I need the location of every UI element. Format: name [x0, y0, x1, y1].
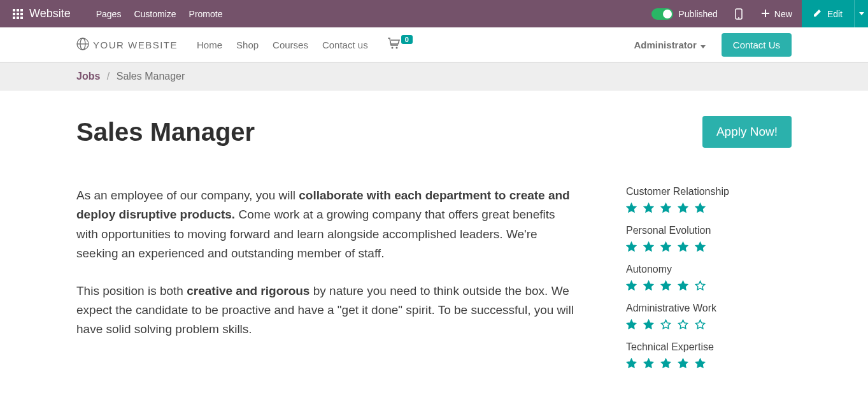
site-header: YOUR WEBSITE Home Shop Courses Contact u…: [0, 27, 868, 62]
edit-button[interactable]: Edit: [802, 0, 854, 27]
body-row: As an employee of our company, you will …: [76, 186, 792, 380]
para2-bold: creative and rigorous: [187, 284, 309, 297]
breadcrumb-sep: /: [107, 71, 110, 82]
apps-icon[interactable]: [6, 0, 29, 27]
star-icon[interactable]: [643, 203, 654, 213]
description-para-2: This position is both creative and rigor…: [76, 282, 575, 339]
top-menu: Pages Customize Promote: [96, 9, 223, 19]
star-icon[interactable]: [643, 241, 654, 252]
star-icon[interactable]: [660, 203, 671, 213]
skill-stars: [626, 203, 792, 213]
svg-rect-0: [13, 9, 15, 11]
star-icon[interactable]: [678, 280, 688, 291]
cart-icon: [387, 38, 400, 52]
star-icon[interactable]: [660, 280, 671, 291]
svg-rect-7: [17, 17, 19, 19]
star-icon[interactable]: [695, 203, 706, 213]
svg-rect-4: [17, 13, 19, 15]
breadcrumb-current: Sales Manager: [117, 71, 185, 82]
star-icon[interactable]: [695, 358, 706, 369]
admin-topbar: Website Pages Customize Promote Publishe…: [0, 0, 868, 27]
nav-contact-us[interactable]: Contact us: [322, 39, 368, 50]
apply-now-button[interactable]: Apply Now!: [702, 116, 792, 148]
published-toggle-wrap: Published: [644, 8, 725, 20]
cart-button[interactable]: 0: [387, 38, 413, 52]
user-dropdown[interactable]: Administrator: [634, 39, 705, 50]
skill-1: Personal Evolution: [626, 225, 792, 252]
chevron-down-icon: [701, 39, 706, 50]
new-button[interactable]: New: [752, 0, 802, 27]
skill-4: Technical Expertise: [626, 341, 792, 369]
skill-label: Autonomy: [626, 264, 792, 275]
star-icon[interactable]: [678, 203, 688, 213]
published-label: Published: [678, 9, 718, 19]
star-icon[interactable]: [678, 319, 688, 330]
nav-shop[interactable]: Shop: [236, 39, 259, 50]
para1-lead: As an employee of our company, you will: [76, 189, 299, 202]
published-toggle[interactable]: [651, 8, 673, 20]
skill-label: Customer Relationship: [626, 186, 792, 197]
skill-stars: [626, 358, 792, 369]
star-icon[interactable]: [660, 319, 671, 330]
svg-rect-2: [20, 9, 23, 11]
plus-icon: [762, 9, 769, 19]
star-icon[interactable]: [695, 241, 706, 252]
title-row: Sales Manager Apply Now!: [76, 116, 792, 148]
svg-rect-5: [20, 13, 23, 15]
edit-dropdown[interactable]: [854, 0, 868, 27]
skill-stars: [626, 319, 792, 330]
star-icon[interactable]: [643, 319, 654, 330]
menu-customize[interactable]: Customize: [134, 9, 176, 19]
job-description: As an employee of our company, you will …: [76, 186, 575, 380]
logo-text: YOUR WEBSITE: [93, 39, 178, 50]
skill-label: Technical Expertise: [626, 341, 792, 353]
star-icon[interactable]: [643, 358, 654, 369]
star-icon[interactable]: [626, 358, 637, 369]
menu-promote[interactable]: Promote: [189, 9, 223, 19]
skill-0: Customer Relationship: [626, 186, 792, 213]
star-icon[interactable]: [695, 319, 706, 330]
star-icon[interactable]: [626, 241, 637, 252]
star-icon[interactable]: [660, 358, 671, 369]
svg-rect-6: [13, 17, 15, 19]
page-title: Sales Manager: [76, 118, 702, 146]
skills-panel: Customer RelationshipPersonal EvolutionA…: [626, 186, 792, 380]
star-icon[interactable]: [678, 241, 688, 252]
cart-count-badge: 0: [401, 35, 413, 44]
nav-home[interactable]: Home: [197, 39, 222, 50]
svg-point-17: [395, 47, 397, 49]
svg-rect-1: [17, 9, 19, 11]
mobile-preview-icon[interactable]: [725, 0, 752, 27]
star-icon[interactable]: [660, 241, 671, 252]
breadcrumb-jobs[interactable]: Jobs: [76, 71, 100, 82]
skill-3: Administrative Work: [626, 303, 792, 330]
globe-icon: [76, 38, 89, 52]
skill-stars: [626, 280, 792, 291]
skill-label: Personal Evolution: [626, 225, 792, 236]
menu-pages[interactable]: Pages: [96, 9, 122, 19]
contact-us-button[interactable]: Contact Us: [722, 33, 792, 57]
new-label: New: [774, 9, 792, 19]
skill-stars: [626, 241, 792, 252]
edit-label: Edit: [827, 9, 843, 19]
star-icon[interactable]: [626, 280, 637, 291]
pencil-icon: [813, 8, 822, 19]
star-icon[interactable]: [626, 319, 637, 330]
star-icon[interactable]: [678, 358, 688, 369]
star-icon[interactable]: [695, 280, 706, 291]
description-para-1: As an employee of our company, you will …: [76, 186, 575, 264]
user-label: Administrator: [634, 39, 696, 50]
nav-courses[interactable]: Courses: [273, 39, 308, 50]
skill-2: Autonomy: [626, 264, 792, 291]
breadcrumb: Jobs / Sales Manager: [0, 62, 868, 90]
skill-label: Administrative Work: [626, 303, 792, 314]
star-icon[interactable]: [643, 280, 654, 291]
svg-rect-3: [13, 13, 15, 15]
star-icon[interactable]: [626, 203, 637, 213]
topbar-right: Published New Edit: [644, 0, 868, 27]
brand-label[interactable]: Website: [29, 7, 71, 20]
page-content: Sales Manager Apply Now! As an employee …: [0, 90, 868, 393]
para2-lead: This position is both: [76, 284, 187, 297]
site-logo[interactable]: YOUR WEBSITE: [76, 38, 178, 52]
svg-rect-8: [20, 17, 23, 19]
